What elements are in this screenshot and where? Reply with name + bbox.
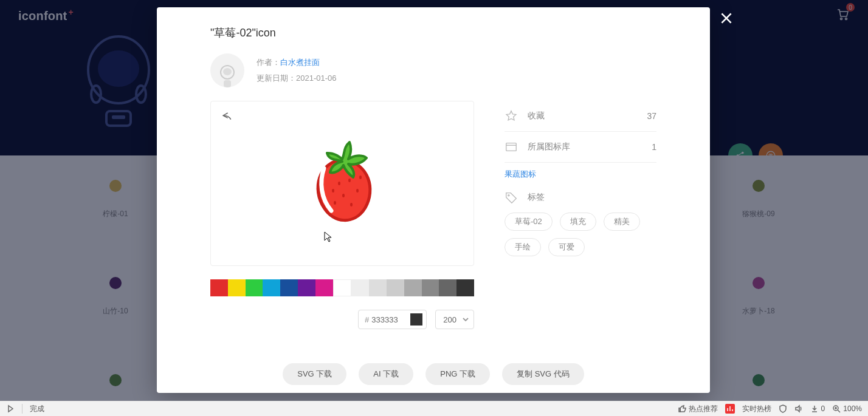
modal-title: "草莓-02"icon xyxy=(210,26,656,40)
play-button[interactable] xyxy=(6,404,15,413)
icon-detail-modal: "草莓-02"icon 作者：白水煮挂面 更新日期：2021-01-06 xyxy=(157,7,710,393)
svg-download-button[interactable]: SVG 下载 xyxy=(283,363,346,385)
svg-point-16 xyxy=(338,182,340,185)
bars-icon xyxy=(726,404,734,413)
color-swatch[interactable] xyxy=(280,279,298,296)
tag-chip[interactable]: 可爱 xyxy=(548,238,585,256)
status-bar: 完成 热点推荐 实时热榜 0 100% xyxy=(0,401,868,416)
download-count: 0 xyxy=(821,404,825,413)
color-swatch[interactable] xyxy=(456,279,474,296)
copy-svg-button[interactable]: 复制 SVG 代码 xyxy=(502,363,584,385)
color-swatch[interactable] xyxy=(387,279,404,296)
svg-point-20 xyxy=(334,201,336,205)
modal-overlay[interactable]: "草莓-02"icon 作者：白水煮挂面 更新日期：2021-01-06 xyxy=(0,0,868,416)
close-button[interactable] xyxy=(718,10,734,29)
tag-chip[interactable]: 草莓-02 xyxy=(505,213,553,231)
library-row[interactable]: 所属图标库 1 xyxy=(505,132,656,163)
hot-rec-label: 热点推荐 xyxy=(689,404,718,414)
library-link[interactable]: 果蔬图标 xyxy=(505,163,656,185)
library-count: 1 xyxy=(652,142,656,152)
svg-rect-15 xyxy=(224,80,231,87)
svg-point-19 xyxy=(342,194,345,197)
tag-chip[interactable]: 填充 xyxy=(560,213,596,231)
png-download-button[interactable]: PNG 下载 xyxy=(425,363,490,385)
author-link[interactable]: 白水煮挂面 xyxy=(280,58,320,67)
author-row: 作者：白水煮挂面 更新日期：2021-01-06 xyxy=(210,53,656,87)
color-swatch[interactable] xyxy=(351,279,369,296)
library-icon xyxy=(505,140,518,154)
library-label: 所属图标库 xyxy=(528,142,570,152)
color-swatch[interactable] xyxy=(246,279,263,296)
volume-button[interactable] xyxy=(794,404,803,413)
shield-icon xyxy=(779,404,787,413)
tags-list: 草莓-02 填充 精美 手绘 可爱 xyxy=(505,213,656,256)
avatar-icon xyxy=(215,63,239,87)
icon-preview xyxy=(210,101,474,266)
chevron-down-icon xyxy=(463,316,469,322)
hash-label: # xyxy=(365,315,369,324)
color-swatch[interactable] xyxy=(315,279,333,296)
author-label: 作者： xyxy=(257,58,280,67)
hex-input[interactable] xyxy=(371,315,407,324)
color-palette xyxy=(210,279,474,296)
date-label: 更新日期： xyxy=(257,73,296,83)
color-swatch[interactable] xyxy=(422,279,439,296)
tags-label: 标签 xyxy=(528,192,545,203)
play-icon xyxy=(6,404,15,413)
star-icon xyxy=(505,109,518,123)
tag-icon xyxy=(505,191,518,204)
zoom-icon xyxy=(832,404,841,413)
color-swatch[interactable] xyxy=(263,279,280,296)
reply-arrow-icon xyxy=(221,110,233,122)
hex-preview-chip xyxy=(410,313,422,326)
tag-chip[interactable]: 手绘 xyxy=(505,238,541,256)
hex-input-group: # xyxy=(358,310,427,329)
svg-point-18 xyxy=(356,189,359,193)
tags-header: 标签 xyxy=(505,185,656,213)
zoom-value: 100% xyxy=(843,404,862,413)
ai-download-button[interactable]: AI 下载 xyxy=(359,363,413,385)
close-icon xyxy=(718,10,734,26)
zoom-status[interactable]: 100% xyxy=(832,404,862,413)
svg-point-21 xyxy=(350,203,353,206)
svg-rect-24 xyxy=(506,143,517,151)
svg-point-23 xyxy=(332,189,334,193)
color-swatch[interactable] xyxy=(369,279,387,296)
favorites-count: 37 xyxy=(647,111,656,121)
download-status[interactable]: 0 xyxy=(810,404,825,413)
thumb-icon xyxy=(678,404,686,413)
color-swatch[interactable] xyxy=(298,279,315,296)
svg-point-22 xyxy=(359,176,362,179)
color-swatch[interactable] xyxy=(439,279,456,296)
color-swatch[interactable] xyxy=(210,279,228,296)
svg-point-25 xyxy=(508,195,509,196)
strawberry-icon xyxy=(306,135,379,232)
hot-rank-icon-box[interactable] xyxy=(725,404,735,414)
author-avatar[interactable] xyxy=(210,53,244,87)
back-button[interactable] xyxy=(221,110,233,124)
size-value: 200 xyxy=(443,315,456,324)
hot-rec[interactable]: 热点推荐 xyxy=(678,404,718,414)
svg-point-17 xyxy=(348,179,351,182)
svg-point-14 xyxy=(223,68,232,75)
shield-button[interactable] xyxy=(779,404,787,413)
date-value: 2021-01-06 xyxy=(296,73,337,83)
tag-chip[interactable]: 精美 xyxy=(604,213,640,231)
favorites-label: 收藏 xyxy=(528,111,545,121)
size-select[interactable]: 200 xyxy=(435,310,474,329)
favorites-row[interactable]: 收藏 37 xyxy=(505,101,656,132)
color-swatch[interactable] xyxy=(228,279,246,296)
color-swatch[interactable] xyxy=(333,279,352,296)
download-icon xyxy=(810,404,819,413)
download-actions: SVG 下载 AI 下载 PNG 下载 复制 SVG 代码 xyxy=(210,363,656,385)
status-done-label: 完成 xyxy=(30,404,44,414)
cursor-icon xyxy=(324,231,332,245)
color-swatch[interactable] xyxy=(404,279,422,296)
volume-icon xyxy=(794,404,803,413)
hot-rank-label: 实时热榜 xyxy=(742,404,771,414)
